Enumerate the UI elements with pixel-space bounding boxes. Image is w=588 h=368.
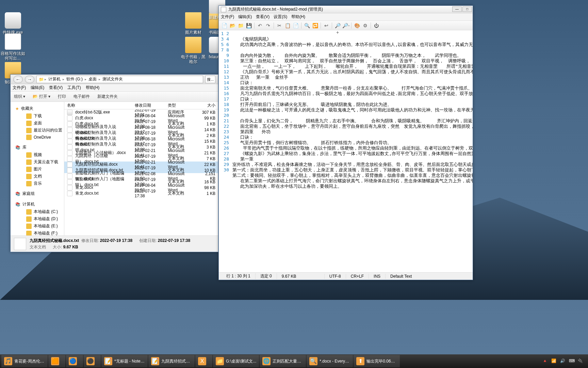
file-size: 307 KB [198,109,218,116]
back-button[interactable]: ← [13,76,23,83]
customize-icon[interactable]: ⚙ [362,22,369,29]
nav-item[interactable]: 下载 [15,112,64,120]
redo-icon[interactable]: ↷ [265,22,272,29]
taskbar-button[interactable]: ⚫ [84,355,101,367]
input-icon[interactable]: ⌨ [569,358,574,364]
exit-icon[interactable]: ⏻ [373,22,380,29]
file-date: 2022-07-19 17:38 [132,188,165,199]
taskbar-button[interactable]: 🌐正则匹配大量关... [260,355,306,367]
toolbar-button[interactable]: 打印 [58,94,66,99]
nav-item[interactable]: 图片 [15,166,64,173]
nav-item[interactable]: 文档 [15,173,64,180]
paste-icon[interactable]: 📄 [292,22,299,29]
status-sel: 选定 0 [256,273,277,279]
app-icon: ⚫ [86,357,95,365]
navigation-pane[interactable]: ★收藏夹下载桌面最近访问的位置OneDrive📚库视频天翼云盘下载图片文档音乐📚… [11,102,64,235]
search-box[interactable]: 搜... [205,76,215,83]
menu-item[interactable]: 查看(V) [256,14,270,20]
menu-item[interactable]: 设置(S) [274,14,287,20]
explorer-titlebar[interactable]: ← → 📁▸计算机▸软件 (G:)▸桌面▸测试文件夹 搜... [11,75,218,84]
cut-icon[interactable]: ✂ [276,22,283,29]
column-header[interactable]: 类型 [165,102,198,109]
menu-item[interactable]: 编辑(E) [238,14,252,20]
taskbar-button[interactable]: 📁G:\桌面\测试文... [213,355,259,367]
nav-item[interactable]: 天翼云盘下载 [15,158,64,166]
maximize-button[interactable]: □ [462,6,472,12]
editor-content[interactable]: 《鬼狱阴风吼》 此功属内功之高乘，为音波功的一种，是以音伤人的奇功。本功不但可以… [231,30,473,272]
menu-item[interactable]: 文件(F) [13,85,26,91]
nav-item[interactable]: OneDrive [15,134,64,141]
taskbar-button[interactable]: ⬆输出完毕0.063秒 [354,355,400,367]
volume-icon[interactable]: 🔊 [560,358,566,364]
nav-header[interactable]: 📚库 [15,143,64,151]
undo-icon[interactable]: ↶ [257,22,263,29]
taskbar-button[interactable]: 🔵 [66,355,83,367]
nav-header[interactable]: ★收藏夹 [15,105,64,112]
zoomin-icon[interactable]: 🔎+ [334,22,341,29]
taskbar-button[interactable]: 🔍*.docx - Everything [307,355,353,367]
taskbar-button[interactable]: 🎵青花瓷-周杰伦-酷... [1,355,48,367]
breadcrumb-seg[interactable]: 桌面 [87,76,98,83]
breadcrumb-seg[interactable]: 计算机 [47,76,62,83]
taskbar-button[interactable]: X [195,355,212,367]
copy-icon[interactable]: 📋 [284,22,291,29]
file-row[interactable]: 青龙.docx.txt2022-07-19 17:38文本文档1 KB [64,190,218,196]
file-list[interactable]: 名称修改日期类型大小 docx转txt-52版.exe2022-07-19 17… [64,102,218,235]
desktop-icon[interactable]: 容格写作法如何写出... [0,33,26,61]
menu-item[interactable]: 帮助(H) [291,14,305,20]
column-header[interactable]: 名称 [64,102,132,109]
wordwrap-icon[interactable]: ↩ [323,22,330,29]
taskbar-button[interactable]: 📝*无标题 - Notepa... [101,355,148,367]
open-icon[interactable]: 📂 [229,22,236,29]
menu-item[interactable]: 查看(V) [49,85,63,91]
toolbar-button[interactable]: 电子邮件 [74,94,90,99]
nav-item[interactable]: 最近访问的位置 [15,127,64,134]
notepad-menubar: 文件(F)编辑(E)查看(V)设置(S)帮助(H) [219,13,473,21]
wifi-icon[interactable]: 📶 [551,358,557,364]
forward-button[interactable]: → [25,76,34,83]
scheme-icon[interactable]: 🎨 [354,22,360,29]
desktop-icon[interactable]: 件快搜.exe [0,12,26,35]
nav-item[interactable]: 视频 [15,151,64,158]
save-icon[interactable]: 💾 [245,22,252,29]
nav-item[interactable]: 本地磁盘 (E:) [15,223,64,230]
breadcrumb-seg[interactable]: 测试文件夹 [101,76,124,83]
column-header[interactable]: 修改日期 [132,102,165,109]
desktop-icon[interactable]: 图片素材 [180,12,206,35]
taskbar-button[interactable]: 🟧 [48,355,65,367]
toolbar-button[interactable]: 组织 ▾ [14,94,25,99]
address-bar[interactable]: 📁▸计算机▸软件 (G:)▸桌面▸测试文件夹 [36,76,203,83]
nav-item[interactable]: 音乐 [15,180,64,187]
file-list-header[interactable]: 名称修改日期类型大小 [64,102,218,109]
nav-header[interactable]: 📚家庭组 [15,190,64,198]
replace-icon[interactable]: 🔁 [312,22,318,29]
tray-icon[interactable]: 🔺 [542,358,548,364]
editor-area[interactable]: 1 2 3 4 5 6 7 8 9 10 11 12 13 14 15 16 1… [219,30,473,272]
minimize-button[interactable]: — [452,6,462,12]
menu-item[interactable]: 文件(F) [221,14,234,20]
breadcrumb-seg[interactable]: 软件 (G:) [65,76,84,83]
find-icon[interactable]: 🔍 [304,22,310,29]
nav-item[interactable]: 桌面 [15,120,64,127]
menu-item[interactable]: 编辑(E) [31,85,44,91]
taskbar-button[interactable]: 📝九阴真经招式秘... [148,355,195,367]
toolbar-button[interactable]: 新建文件夹 [97,94,118,99]
taskbar[interactable]: 🎵青花瓷-周杰伦-酷...🟧🔵⚫📝*无标题 - Notepa...📝九阴真经招式… [0,354,588,368]
nav-item[interactable]: 本地磁盘 (F:) [15,230,64,235]
nav-item[interactable]: 本地磁盘 (C:) [15,208,64,215]
menu-item[interactable]: 帮助(H) [86,85,100,91]
nav-header[interactable]: 📚计算机 [15,200,64,208]
new-icon[interactable]: 📄 [221,22,228,29]
nav-item[interactable]: 本地磁盘 (D:) [15,215,64,223]
task-label: 九阴真经招式秘... [161,358,192,364]
system-tray[interactable]: 🔺 📶 🔊 ⌨ 🔌 [542,358,587,364]
menu-item[interactable]: 工具(T) [67,85,81,91]
browse-icon[interactable]: 📁 [237,22,244,29]
file-size: 3 KB [198,144,218,150]
toolbar-button[interactable]: 📂 打开 ▾ [33,94,50,99]
zoomout-icon[interactable]: 🔎- [342,22,349,29]
notepad-titlebar[interactable]: 九阴真经招式秘籍.docx.txt - Notepad2-mod (管理员) —… [219,6,473,13]
column-header[interactable]: 大小 [198,102,218,109]
desktop-icon[interactable]: 电子书籍，黑格尔 [180,37,206,64]
power-icon[interactable]: 🔌 [578,358,583,364]
